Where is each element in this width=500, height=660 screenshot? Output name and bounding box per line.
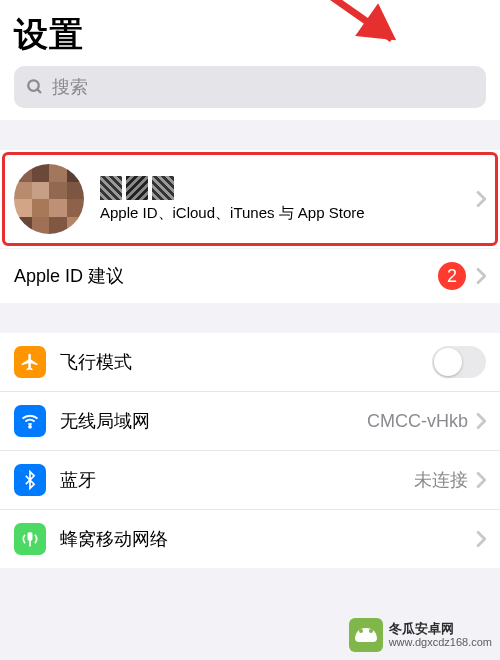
wifi-icon <box>14 405 46 437</box>
watermark-line1: 冬瓜安卓网 <box>389 621 492 637</box>
profile-text: Apple ID、iCloud、iTunes 与 App Store <box>100 176 476 223</box>
suggestions-section: Apple ID 建议 2 <box>0 249 500 303</box>
section-gap <box>0 120 500 150</box>
svg-rect-3 <box>28 533 31 540</box>
chevron-right-icon <box>476 190 486 208</box>
chevron-right-icon <box>476 267 486 285</box>
suggestions-label: Apple ID 建议 <box>14 264 438 288</box>
header: 设置 <box>0 0 500 66</box>
bluetooth-value: 未连接 <box>414 468 468 492</box>
watermark-text: 冬瓜安卓网 www.dgxcdz168.com <box>389 621 492 650</box>
svg-point-2 <box>29 426 31 428</box>
svg-line-1 <box>37 89 41 93</box>
chevron-right-icon <box>476 530 486 548</box>
profile-name <box>100 176 476 200</box>
airplane-toggle[interactable] <box>432 346 486 378</box>
section-gap <box>0 303 500 333</box>
page-title: 设置 <box>14 12 486 58</box>
airplane-mode-row[interactable]: 飞行模式 <box>0 333 500 392</box>
android-icon <box>349 618 383 652</box>
search-placeholder: 搜索 <box>52 75 88 99</box>
suggestions-badge: 2 <box>438 262 466 290</box>
profile-section: Apple ID、iCloud、iTunes 与 App Store <box>0 150 500 248</box>
watermark: 冬瓜安卓网 www.dgxcdz168.com <box>349 618 492 652</box>
chevron-right-icon <box>476 471 486 489</box>
wifi-value: CMCC-vHkb <box>367 411 468 432</box>
profile-row[interactable]: Apple ID、iCloud、iTunes 与 App Store <box>0 150 500 248</box>
wifi-label: 无线局域网 <box>60 409 367 433</box>
search-input[interactable]: 搜索 <box>14 66 486 108</box>
bluetooth-label: 蓝牙 <box>60 468 414 492</box>
profile-subtitle: Apple ID、iCloud、iTunes 与 App Store <box>100 204 476 223</box>
avatar <box>14 164 84 234</box>
apple-id-suggestions-row[interactable]: Apple ID 建议 2 <box>0 249 500 303</box>
bluetooth-icon <box>14 464 46 496</box>
search-wrap: 搜索 <box>0 66 500 120</box>
chevron-right-icon <box>476 412 486 430</box>
wifi-row[interactable]: 无线局域网 CMCC-vHkb <box>0 392 500 451</box>
airplane-label: 飞行模式 <box>60 350 432 374</box>
cellular-row[interactable]: 蜂窝移动网络 <box>0 510 500 568</box>
network-section: 飞行模式 无线局域网 CMCC-vHkb 蓝牙 未连接 蜂窝移动网络 <box>0 333 500 568</box>
cellular-icon <box>14 523 46 555</box>
watermark-line2: www.dgxcdz168.com <box>389 636 492 649</box>
airplane-icon <box>14 346 46 378</box>
bluetooth-row[interactable]: 蓝牙 未连接 <box>0 451 500 510</box>
svg-point-0 <box>28 80 39 91</box>
cellular-label: 蜂窝移动网络 <box>60 527 476 551</box>
search-icon <box>26 78 44 96</box>
